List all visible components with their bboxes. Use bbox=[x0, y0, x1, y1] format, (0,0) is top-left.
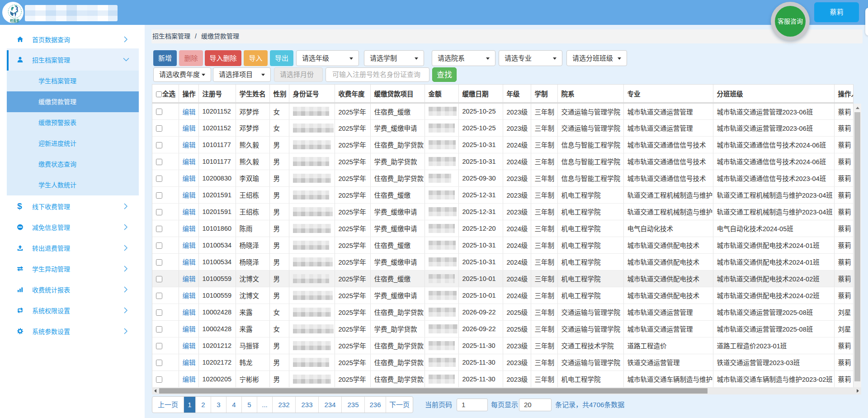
svg-text:XIAOYINGJIA: XIAOYINGJIA bbox=[11, 22, 19, 23]
